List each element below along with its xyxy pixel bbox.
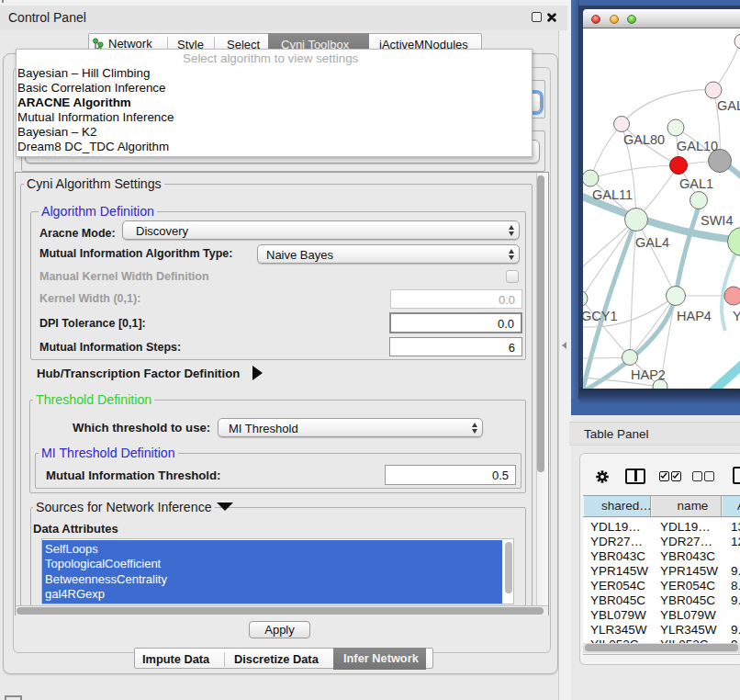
svg-text:GAL80: GAL80 (623, 132, 665, 147)
svg-text:YP: YP (733, 309, 740, 323)
svg-text:HAP4: HAP4 (677, 309, 712, 323)
svg-text:SWI4: SWI4 (701, 213, 733, 228)
svg-text:HAP2: HAP2 (631, 367, 666, 382)
svg-text:GAL2: GAL2 (717, 98, 740, 113)
svg-text:GAL10: GAL10 (677, 139, 718, 153)
svg-text:GCY1: GCY1 (583, 309, 618, 323)
svg-text:GAL11: GAL11 (592, 187, 633, 202)
svg-text:GAL1: GAL1 (679, 176, 713, 191)
svg-text:GAL4: GAL4 (635, 235, 669, 250)
